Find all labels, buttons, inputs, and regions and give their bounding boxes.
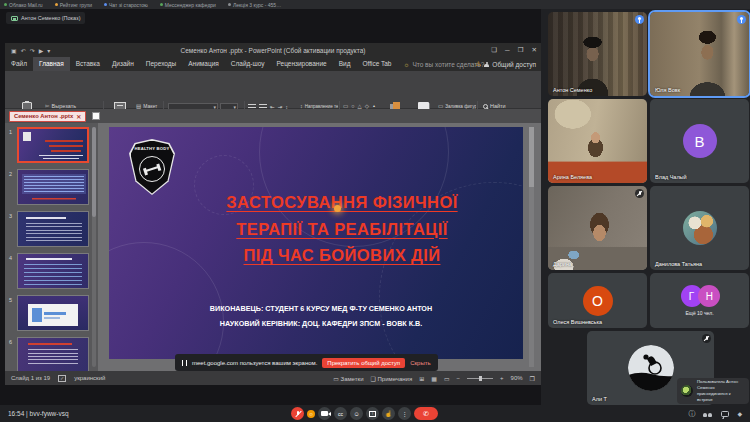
participant-name: Олеся Вишневська [553, 319, 602, 325]
undo-icon[interactable] [21, 47, 26, 54]
slide-thumbnail-5[interactable] [17, 295, 89, 331]
pin-icon [737, 15, 746, 24]
lightbulb-icon [403, 61, 409, 68]
tab-home[interactable]: Главная [33, 57, 70, 71]
participant-tile-arina[interactable]: Арина Беляева [548, 99, 647, 183]
screen-share-banner: meet.google.com пользуется вашим экраном… [175, 354, 438, 371]
browser-tab-label: Облако Mail.ru [9, 2, 43, 8]
slide-1[interactable]: HEALTHY BODY ЗАСТОСУВАННЯ ФІЗИЧНОЇ ТЕРАП… [109, 127, 523, 359]
hide-banner-link[interactable]: Скрыть [410, 360, 430, 366]
fit-slide-icon[interactable] [530, 375, 535, 382]
tab-animations[interactable]: Анимация [182, 57, 225, 71]
browser-tab-label: Чат зі старостою [109, 2, 148, 8]
zoom-out-button[interactable]: − [457, 375, 461, 381]
language-indicator[interactable]: украинский [74, 375, 105, 381]
redo-icon[interactable] [30, 47, 35, 54]
slide-thumbnail-1[interactable] [17, 127, 89, 163]
overflow-participants-tile[interactable]: Г Н Ещё 10 чел. [650, 273, 749, 328]
slide-thumbnail-4[interactable] [17, 253, 89, 289]
people-icon[interactable] [703, 410, 713, 417]
share-banner-message: meet.google.com пользуется вашим экраном… [192, 360, 317, 366]
tab-insert[interactable]: Вставка [70, 57, 106, 71]
slide-title[interactable]: ЗАСТОСУВАННЯ ФІЗИЧНОЇ ТЕРАПІЇ ТА РЕАБІЛІ… [177, 189, 507, 269]
close-document-icon[interactable]: ✕ [76, 113, 81, 120]
smile-icon [353, 411, 359, 417]
leave-call-button[interactable] [414, 407, 438, 420]
reading-view-icon[interactable] [444, 375, 450, 382]
captions-button[interactable]: cc [334, 407, 347, 420]
canvas-scrollbar[interactable] [529, 127, 534, 367]
healthy-body-logo: HEALTHY BODY [129, 139, 175, 195]
notes-button[interactable]: Заметки [333, 375, 363, 382]
save-icon[interactable] [11, 47, 17, 54]
chat-icon[interactable] [721, 411, 729, 417]
slideshow-icon[interactable] [39, 47, 44, 54]
participant-tile-danilova[interactable]: Данилова Татьяна [650, 186, 749, 270]
shapes-scroll-up[interactable]: ▴ [373, 103, 379, 108]
comments-button[interactable]: Примечания [370, 375, 412, 382]
camera-toggle-button[interactable] [318, 407, 331, 420]
slide-thumbnail-6[interactable] [17, 337, 89, 371]
document-tab[interactable]: Семенко Антон .pptx ✕ [9, 111, 86, 122]
browser-tab-strip: Облако Mail.ru Рейтинг групи Чат зі стар… [0, 0, 750, 9]
meeting-details-icon[interactable] [688, 409, 695, 419]
status-bar: Слайд 1 из 19 ✓ украинский Заметки Приме… [5, 371, 541, 385]
restore-icon[interactable] [518, 46, 524, 54]
zoom-in-button[interactable]: + [500, 375, 504, 381]
activities-icon[interactable] [737, 410, 742, 417]
ribbon-tab-row: Файл Главная Вставка Дизайн Переходы Ани… [5, 57, 541, 71]
slide-thumbnail-2[interactable] [17, 169, 89, 205]
tell-me-box[interactable]: Что вы хотите сделать? [403, 61, 484, 68]
qat-dropdown-icon[interactable] [47, 47, 50, 54]
thumb-number: 5 [9, 297, 12, 303]
presenter-chip: Антон Семенко (Показ) [6, 12, 85, 24]
tab-file[interactable]: Файл [5, 57, 33, 71]
slide-canvas: HEALTHY BODY ЗАСТОСУВАННЯ ФІЗИЧНОЇ ТЕРАП… [98, 123, 541, 371]
participant-tile-olesya[interactable]: О Олеся Вишневська [548, 273, 647, 328]
share-button[interactable]: Общий доступ [476, 60, 537, 68]
ribbon-options-icon[interactable] [491, 46, 497, 54]
raise-hand-button[interactable] [382, 407, 395, 420]
participant-tile-darina[interactable]: Дарина [548, 186, 647, 270]
mic-toggle-button[interactable] [291, 407, 304, 420]
close-icon[interactable] [532, 46, 537, 54]
thumbnail-scrollbar[interactable] [92, 127, 96, 367]
present-button[interactable]: ↑ [366, 407, 379, 420]
browser-tab[interactable]: Облако Mail.ru [4, 2, 43, 8]
tell-me-placeholder: Что вы хотите сделать? [412, 61, 484, 68]
toast-avatar [681, 385, 693, 397]
new-document-tab-button[interactable] [92, 112, 100, 120]
zoom-level[interactable]: 90% [511, 375, 523, 381]
normal-view-icon[interactable] [419, 375, 424, 382]
minimize-icon[interactable] [505, 46, 510, 54]
tab-review[interactable]: Рецензирование [270, 57, 332, 71]
spellcheck-icon[interactable]: ✓ [58, 375, 66, 382]
slide-sorter-icon[interactable] [431, 375, 437, 382]
participant-tile-anton[interactable]: Антон Семенко [548, 12, 647, 96]
browser-tab[interactable]: Мессенджер кафедри [160, 2, 216, 8]
slide-thumbnail-3[interactable] [17, 211, 89, 247]
participants-panel: Антон Семенко Юля Вовк Арина Беляева В В… [541, 9, 750, 405]
more-options-button[interactable] [398, 407, 411, 420]
browser-tab[interactable]: Чат зі старостою [104, 2, 148, 8]
tab-design[interactable]: Дизайн [106, 57, 140, 71]
zoom-slider[interactable] [467, 378, 493, 379]
thumb-number: 2 [9, 171, 12, 177]
reactions-button[interactable] [350, 407, 363, 420]
participant-name: Юля Вовк [655, 87, 680, 93]
tab-office-tab[interactable]: Office Tab [356, 57, 397, 71]
tab-view[interactable]: Вид [333, 57, 357, 71]
webcam-video [548, 99, 647, 183]
participant-tile-yulia[interactable]: Юля Вовк [650, 12, 749, 96]
slide-subtitle[interactable]: ВИКОНАВЕЦЬ: СТУДЕНТ 6 КУРСУ МЕД Ф-ТУ СЕМ… [131, 301, 511, 331]
stop-sharing-button[interactable]: Прекратить общий доступ [322, 358, 405, 368]
favicon [55, 3, 58, 6]
ribbon: Вставить Вырезать Копировать Формат по о… [5, 71, 541, 109]
tab-slideshow[interactable]: Слайд-шоу [225, 57, 271, 71]
browser-tab[interactable]: Рейтинг групи [55, 2, 92, 8]
browser-tab[interactable]: Лекція 3 курс - 455… [228, 2, 281, 8]
tab-transitions[interactable]: Переходы [140, 57, 183, 71]
camera-icon [321, 411, 328, 416]
participant-tile-vlad[interactable]: В Влад Чалый [650, 99, 749, 183]
participant-name: Дарина [553, 261, 572, 267]
